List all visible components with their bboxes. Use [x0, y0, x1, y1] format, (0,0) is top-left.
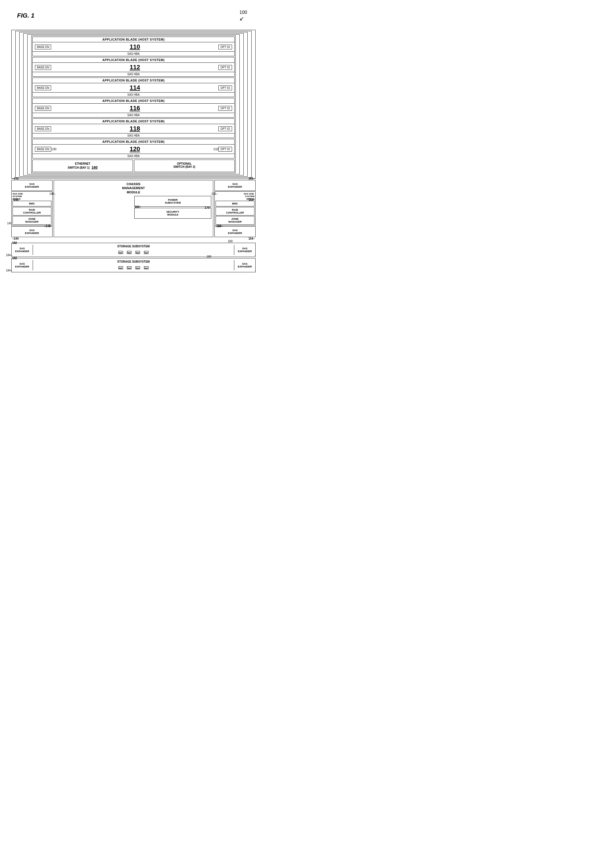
figure-number: 100 ↙ — [239, 10, 247, 22]
main-diagram: APPLICATION BLADE (HOST SYSTEM) BASE EN … — [11, 30, 256, 272]
blade-120-sas: SAS HBA — [33, 154, 234, 158]
blade-116: APPLICATION BLADE (HOST SYSTEM) BASE EN … — [32, 98, 234, 118]
disk-icon-7: 🖴 — [135, 264, 140, 270]
left-bay-outer: SASEXPANDER –142 SAS SUB-SYSTEM(BAY 3) B… — [11, 180, 52, 237]
blade-nesting-5: APPLICATION BLADE (HOST SYSTEM) BASE EN … — [15, 31, 251, 178]
right-raid-controller: RAIDCONTROLLER — [216, 207, 254, 216]
blade-112-base-en: BASE EN — [35, 65, 51, 70]
blade-nesting-3: APPLICATION BLADE (HOST SYSTEM) BASE EN … — [23, 33, 244, 176]
disk-icon-4: 🖴 — [144, 249, 149, 255]
blade-114-sas: SAS HBA — [33, 93, 234, 97]
left-raid-controller: RAIDCONTROLLER — [12, 207, 51, 216]
blade-110-number: 110 — [51, 43, 218, 51]
stor-content-180: STORAGE SUBSYSTEM 🖴 🖴 🖴 🖴 180 — [33, 243, 234, 257]
page: FIG. 1 100 ↙ APPLICATION BLADE (HOST SYS… — [6, 6, 256, 361]
blade-114: APPLICATION BLADE (HOST SYSTEM) BASE EN … — [32, 78, 234, 97]
blade-118-opt-io: OPT IO — [218, 126, 232, 131]
blade-114-number: 114 — [51, 84, 218, 92]
stor-sas-right-180: SASEXPANDER — [234, 245, 255, 255]
blade-nesting-6: APPLICATION BLADE (HOST SYSTEM) BASE EN … — [11, 30, 256, 179]
disk-icon-3: 🖴 — [135, 249, 140, 255]
figure-label: FIG. 1 — [17, 12, 34, 19]
blade-118-title: APPLICATION BLADE (HOST SYSTEM) — [33, 119, 234, 124]
blade-110: APPLICATION BLADE (HOST SYSTEM) BASE EN … — [32, 37, 234, 56]
ref-132: 132 — [213, 147, 218, 151]
blade-112: APPLICATION BLADE (HOST SYSTEM) BASE EN … — [32, 57, 234, 77]
left-sas-expander-top: SASEXPANDER –142 — [11, 180, 52, 191]
blade-112-opt-io: OPT IO — [218, 65, 232, 70]
stor-sas-left-192: SASEXPANDER 192 — [12, 260, 33, 270]
right-sas-expander-bot: SASEXPANDER 154– — [215, 226, 256, 237]
stor-content-190: STORAGE SUBSYSTEM 🖴 🖴 🖴 🖴 190 — [33, 258, 234, 272]
cmm-left-col — [56, 196, 133, 219]
left-subsystem-box: SAS SUB-SYSTEM(BAY 3) BMC –148 RAIDCONTR… — [11, 192, 52, 226]
blade-114-opt-io: OPT IO — [218, 86, 232, 90]
blade-110-title: APPLICATION BLADE (HOST SYSTEM) — [33, 37, 234, 42]
blade-nesting-1: APPLICATION BLADE (HOST SYSTEM) BASE EN … — [31, 35, 236, 173]
blade-112-title: APPLICATION BLADE (HOST SYSTEM) — [33, 57, 234, 63]
blade-116-sas: SAS HBA — [33, 113, 234, 117]
blade-118-base-en: BASE EN — [35, 126, 51, 131]
blade-nesting-2: APPLICATION BLADE (HOST SYSTEM) BASE EN … — [27, 34, 240, 174]
right-bay-outer: SASEXPANDER 152– SAS SUB-SYSTEM(BAY 4) B… — [215, 180, 256, 237]
ref-154: 154– — [248, 237, 255, 240]
blade-114-base-en: BASE EN — [35, 86, 51, 90]
blade-110-base-en: BASE EN — [35, 44, 51, 49]
left-bmc: BMC –148 — [12, 201, 51, 207]
blade-114-title: APPLICATION BLADE (HOST SYSTEM) — [33, 78, 234, 83]
blade-118-sas: SAS HBA — [33, 133, 234, 138]
blade-120-title: APPLICATION BLADE (HOST SYSTEM) — [33, 139, 234, 144]
ref-144: –144 — [12, 237, 18, 240]
blade-nesting-4: APPLICATION BLADE (HOST SYSTEM) BASE EN … — [19, 32, 248, 177]
right-sas-expander-top: SASEXPANDER 152– — [215, 180, 256, 191]
blade-116-title: APPLICATION BLADE (HOST SYSTEM) — [33, 98, 234, 104]
stor-sas-left-182: SASEXPANDER 182 — [12, 245, 33, 255]
ref-142: –142 — [12, 177, 18, 180]
disk-icon-5: 🖴 — [118, 264, 123, 270]
blade-120-base-en: BASE EN — [35, 147, 51, 152]
cmm-center: CHASSISMANAGEMENTMODULE POWERSUBSYSTEM 1… — [54, 180, 213, 237]
blade-120: APPLICATION BLADE (HOST SYSTEM) BASE EN … — [32, 139, 234, 158]
left-zone-manager: ZONEMANAGER –149 — [12, 216, 51, 225]
blade-112-sas: SAS HBA — [33, 72, 234, 77]
security-module: SECURITYMODULE 165– — [134, 208, 211, 219]
bottom-section: SASEXPANDER –142 SAS SUB-SYSTEM(BAY 3) B… — [11, 180, 256, 237]
ref-152: 152– — [248, 177, 255, 180]
cmm-modules: POWERSUBSYSTEM 170– SECURITYMODULE 165– — [56, 196, 211, 219]
storage-row-190: 194– SASEXPANDER 192 STORAGE SUBSYSTEM 🖴… — [11, 258, 256, 272]
blade-110-opt-io: OPT IO — [218, 44, 232, 49]
blade-116-opt-io: OPT IO — [218, 106, 232, 111]
switch-row: ETHERNET SWITCH (BAY 1) 160 OPTIONAL SWI… — [32, 159, 234, 172]
ref-140: 140 — [7, 222, 12, 225]
blade-120-opt-io: OPT IO — [218, 147, 232, 152]
disk-icon-2: 🖴 — [127, 249, 132, 255]
disk-icon-8: 🖴 — [144, 264, 149, 270]
blade-118: APPLICATION BLADE (HOST SYSTEM) BASE EN … — [32, 118, 234, 138]
ref-150: 150 — [255, 222, 256, 225]
blade-116-number: 116 — [51, 104, 218, 112]
optional-switch: OPTIONAL SWITCH (BAY 2) — [134, 159, 234, 172]
disk-icon-1: 🖴 — [118, 249, 123, 255]
ref-130: 130 — [51, 147, 56, 151]
ethernet-switch: ETHERNET SWITCH (BAY 1) 160 — [32, 159, 133, 172]
disk-icon-6: 🖴 — [127, 264, 132, 270]
cmm-title: CHASSISMANAGEMENTMODULE — [56, 182, 211, 194]
cmm-right-col: POWERSUBSYSTEM 170– SECURITYMODULE 165– — [134, 196, 211, 219]
blade-118-number: 118 — [51, 125, 218, 132]
blade-110-sas: SAS HBA — [33, 52, 234, 56]
ref-156: 156– — [211, 192, 218, 195]
right-subsystem-box: SAS SUB-SYSTEM(BAY 4) BMC 158– RAIDCONTR… — [215, 192, 256, 226]
stor-sas-right-190: SASEXPANDER — [234, 260, 255, 270]
blade-120-number: 120 — [57, 146, 213, 153]
right-zone-manager: ZONEMANAGER 159– — [216, 216, 254, 225]
left-sas-expander-bot: SASEXPANDER –144 — [11, 226, 52, 237]
power-subsystem: POWERSUBSYSTEM 170– — [134, 196, 211, 207]
right-bmc: BMC 158– — [216, 201, 254, 207]
blade-112-number: 112 — [51, 64, 218, 71]
blade-116-base-en: BASE EN — [35, 106, 51, 111]
storage-row-180: 184– SASEXPANDER 182 STORAGE SUBSYSTEM 🖴… — [11, 243, 256, 257]
